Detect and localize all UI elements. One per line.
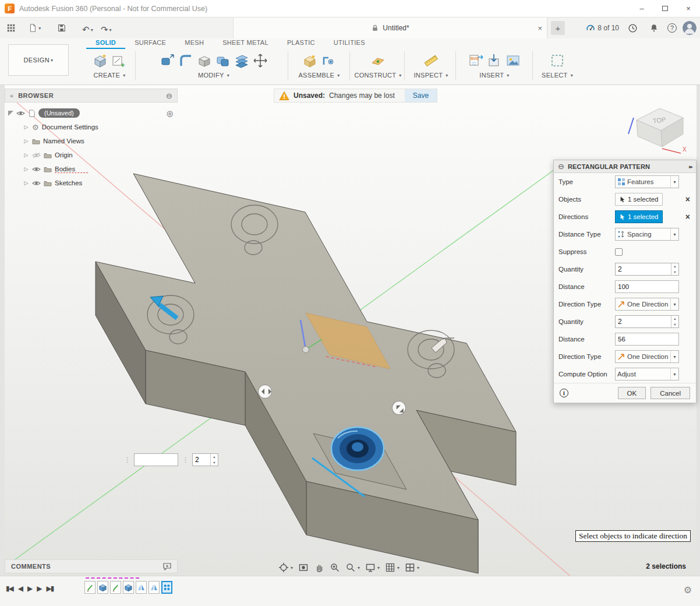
orbit-button[interactable]: ▾ <box>278 562 293 573</box>
cancel-button[interactable]: Cancel <box>650 387 690 399</box>
fillet-button[interactable] <box>178 52 194 69</box>
modify-dropdown[interactable]: MODIFY▾ <box>198 72 229 79</box>
construct-dropdown[interactable]: CONSTRUCT▾ <box>354 72 401 79</box>
comments-bar[interactable]: COMMENTS <box>5 559 178 573</box>
step-up-icon[interactable]: ▴ <box>671 263 678 269</box>
dialog-collapse-icon[interactable]: ⊖ <box>558 162 564 171</box>
insert-canvas-button[interactable] <box>505 52 521 69</box>
redo-button[interactable]: ↷▾ <box>98 19 115 40</box>
eye-icon[interactable] <box>32 180 41 186</box>
select-dropdown[interactable]: SELECT▾ <box>542 72 573 79</box>
expand-arrow-icon[interactable]: ▷ <box>23 152 29 158</box>
shell-button[interactable] <box>196 52 213 69</box>
directions-selection-chip[interactable]: 1 selected <box>615 210 663 223</box>
browser-root-row[interactable]: (Unsaved) ◎ <box>8 106 178 120</box>
quantity-value-input[interactable] <box>193 454 210 466</box>
ok-button[interactable]: OK <box>618 387 646 399</box>
job-status-button[interactable] <box>625 17 641 38</box>
insert-svg-button[interactable]: SVG <box>468 52 484 69</box>
document-tab-close-button[interactable]: × <box>538 24 542 33</box>
document-tab[interactable]: Untitled* × <box>233 17 547 38</box>
timeline-extrude-item[interactable] <box>123 581 134 594</box>
play-button[interactable]: ▶ <box>27 584 31 593</box>
grid-layout-button[interactable]: ▾ <box>385 562 400 573</box>
direction-type-2-dropdown[interactable]: One Direction ▾ <box>615 350 679 363</box>
user-avatar[interactable] <box>683 21 697 35</box>
workspace-switcher[interactable]: DESIGN ▾ <box>8 44 69 76</box>
eye-icon[interactable] <box>16 110 25 117</box>
tab-utilities[interactable]: UTILITIES <box>324 38 374 49</box>
root-document-label[interactable]: (Unsaved) <box>38 108 80 118</box>
distance-value-input[interactable] <box>134 453 178 466</box>
origin-point[interactable] <box>303 347 309 353</box>
file-menu-button[interactable]: ▾ <box>25 17 44 38</box>
offset-face-button[interactable] <box>234 52 250 69</box>
eye-hidden-icon[interactable] <box>32 152 41 158</box>
distance-2-input[interactable] <box>615 333 679 346</box>
zoom-button[interactable] <box>330 562 340 573</box>
comment-bubble-icon[interactable] <box>163 563 171 570</box>
expand-arrow-icon[interactable]: ▷ <box>23 124 29 130</box>
press-pull-button[interactable] <box>159 52 175 69</box>
drag-grip-icon[interactable]: ⋮ <box>124 456 130 464</box>
construct-plane-button[interactable] <box>370 52 386 69</box>
tree-item-named-views[interactable]: ▷ Named Views <box>8 134 178 148</box>
expand-arrow-icon[interactable]: ▷ <box>23 166 29 172</box>
type-dropdown[interactable]: Features ▾ <box>615 175 679 188</box>
quantity-2-input[interactable] <box>616 316 671 327</box>
tab-sheet-metal[interactable]: SHEET METAL <box>213 38 278 49</box>
timeline-settings-gear-icon[interactable]: ⚙ <box>684 584 692 596</box>
move-copy-button[interactable] <box>252 52 268 69</box>
compute-option-dropdown[interactable]: Adjust ▾ <box>615 368 679 380</box>
save-toolbar-button[interactable] <box>54 17 69 38</box>
select-button[interactable] <box>549 52 565 69</box>
joint-button[interactable] <box>320 52 337 69</box>
spinner-stepper[interactable]: ▴▾ <box>210 454 218 466</box>
step-down-icon[interactable]: ▾ <box>671 269 678 275</box>
view-cube[interactable]: TOP X <box>626 98 696 154</box>
step-down-icon[interactable]: ▾ <box>211 460 218 466</box>
flip-handle[interactable] <box>259 385 272 399</box>
browser-collapse-icon[interactable]: « <box>10 92 13 99</box>
new-body-button[interactable]: ★ <box>92 52 108 69</box>
tab-surface[interactable]: SURFACE <box>125 38 175 49</box>
timeline-mirror-item[interactable] <box>136 581 147 594</box>
timeline-mirror-item[interactable] <box>149 581 160 594</box>
display-settings-button[interactable]: ▾ <box>365 562 380 573</box>
tree-item-sketches[interactable]: ▷ Sketches <box>8 176 178 190</box>
step-back-button[interactable]: ◀ <box>18 584 22 593</box>
eye-icon[interactable] <box>32 166 41 172</box>
expand-arrow-icon[interactable]: ▷ <box>23 138 29 144</box>
activate-radio-icon[interactable]: ◎ <box>167 109 173 118</box>
insert-mcmaster-button[interactable] <box>486 52 503 69</box>
timeline-sketch-item[interactable] <box>84 581 96 594</box>
direction-type-1-dropdown[interactable]: One Direction ▾ <box>615 298 679 311</box>
tree-item-bodies[interactable]: ▷ Bodies <box>8 162 178 176</box>
quantity-1-spinner[interactable]: ▴▾ <box>615 263 679 276</box>
go-to-end-button[interactable]: ▶▮ <box>47 584 54 593</box>
go-to-start-button[interactable]: ▮◀ <box>6 584 13 593</box>
undo-button[interactable]: ↶▾ <box>79 19 96 40</box>
usage-meter[interactable]: 8 of 10 <box>586 23 619 33</box>
spinner-stepper[interactable]: ▴▾ <box>671 316 678 327</box>
expand-arrow-icon[interactable]: ▷ <box>23 180 29 186</box>
spinner-stepper[interactable]: ▴▾ <box>671 263 678 275</box>
look-at-button[interactable] <box>298 562 309 573</box>
clear-objects-button[interactable]: × <box>684 195 691 204</box>
tree-item-document-settings[interactable]: ▷ ⚙ Document Settings <box>8 120 178 134</box>
drag-grip-icon[interactable]: ⋮ <box>182 456 188 464</box>
quantity-spinner[interactable]: ▴▾ <box>192 453 218 466</box>
measure-button[interactable] <box>423 52 439 69</box>
browser-minimize-icon[interactable]: ⊖ <box>166 91 172 100</box>
step-forward-button[interactable]: ▶ <box>37 584 41 593</box>
objects-selection-chip[interactable]: 1 selected <box>615 193 663 206</box>
timeline-pattern-item-active[interactable] <box>161 581 172 594</box>
tab-mesh[interactable]: MESH <box>175 38 213 49</box>
assemble-dropdown[interactable]: ASSEMBLE▾ <box>298 72 340 79</box>
dialog-header[interactable]: ⊖ RECTANGULAR PATTERN ▸▸ <box>554 160 696 173</box>
clear-directions-button[interactable]: × <box>684 212 691 221</box>
save-button[interactable]: Save <box>405 89 437 102</box>
selected-hole[interactable] <box>331 427 384 470</box>
maximize-button[interactable] <box>653 0 677 17</box>
browser-header[interactable]: « BROWSER ⊖ <box>5 89 178 103</box>
